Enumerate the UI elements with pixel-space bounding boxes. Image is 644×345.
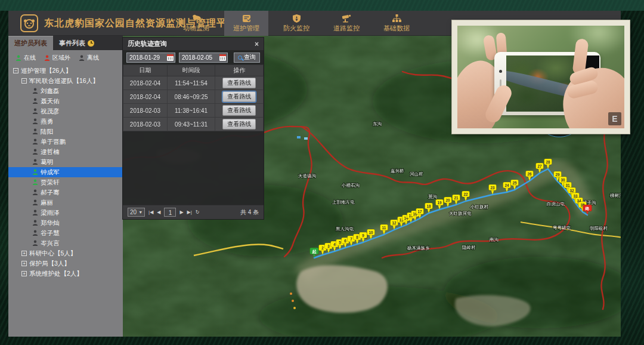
- date-from-input[interactable]: 2018-01-29: [126, 53, 175, 63]
- clock-icon: [88, 40, 94, 47]
- cell-action: 查看路线: [215, 76, 264, 90]
- collapse-icon[interactable]: −: [21, 78, 27, 84]
- date-to-input[interactable]: 2018-02-05: [179, 53, 228, 63]
- next-page-button[interactable]: ▶: [179, 210, 183, 215]
- status-legend: 在线区域外离线: [8, 53, 123, 63]
- person-icon: [32, 128, 38, 135]
- svg-text:12: 12: [392, 221, 397, 225]
- svg-text:终: 终: [585, 207, 590, 211]
- tree-label: 郝子骞: [41, 189, 60, 197]
- sidebar: 巡护员列表 事件列表 在线区域外离线 −巡护管理【26人】−军民联合巡逻队【16…: [8, 36, 123, 337]
- tree-label: 逯哲楠: [41, 148, 60, 156]
- tree-member-贾荣轩[interactable]: 贾荣轩: [8, 177, 123, 187]
- tree-member-燕勇[interactable]: 燕勇: [8, 116, 123, 127]
- person-icon: [32, 240, 38, 247]
- tab-patrol-list[interactable]: 巡护员列表: [8, 36, 53, 50]
- tab-event-list-label: 事件列表: [59, 39, 85, 48]
- total-count: 共 4 条: [240, 208, 259, 217]
- svg-text:21: 21: [454, 196, 459, 200]
- svg-text:9: 9: [362, 233, 364, 238]
- refresh-icon[interactable]: ↻: [196, 210, 200, 215]
- tree-label: 谷子慧: [41, 229, 60, 238]
- patrol-icon: [242, 14, 251, 23]
- tree-member-葛明[interactable]: 葛明: [8, 157, 123, 167]
- person-icon: [32, 179, 38, 186]
- panel-title: 历史轨迹查询: [128, 39, 167, 48]
- person-icon: [32, 230, 38, 237]
- table-row: 2018-02-0309:43~11:31查看路线: [123, 118, 264, 131]
- map-label-大道德沟: 大道德沟: [298, 173, 316, 178]
- tree-member-聂天佑[interactable]: 聂天佑: [8, 96, 123, 106]
- data-icon: [392, 14, 401, 23]
- query-button[interactable]: 查询: [234, 53, 260, 63]
- cell-action: 查看路线: [215, 118, 264, 131]
- tree-node-group[interactable]: +保护局【3人】: [8, 258, 123, 269]
- track-table: 日期时间段操作 2018-02-0411:54~11:54查看路线2018-02…: [123, 64, 264, 131]
- person-icon: [32, 220, 38, 227]
- svg-text:28: 28: [546, 160, 550, 164]
- search-icon: [238, 56, 242, 60]
- svg-text:10: 10: [369, 230, 373, 235]
- view-route-button[interactable]: 查看路线: [222, 91, 256, 102]
- tree-member-陆阳[interactable]: 陆阳: [8, 127, 123, 137]
- page-size-select[interactable]: 20 ▼: [128, 208, 145, 217]
- tree-node-root[interactable]: −巡护管理【26人】: [8, 66, 123, 76]
- nav-item-道路监控[interactable]: 道路监控: [324, 11, 369, 36]
- tree-member-郑华灿[interactable]: 郑华灿: [8, 218, 123, 228]
- map-label-黑人沟屯: 黑人沟屯: [336, 226, 354, 232]
- person-icon: [32, 118, 38, 125]
- tree-node-group[interactable]: +科研中心【5人】: [8, 248, 123, 258]
- tree-member-刘鑫磊[interactable]: 刘鑫磊: [8, 86, 123, 96]
- person-icon: [32, 88, 38, 95]
- nav-item-基础数据[interactable]: 基础数据: [374, 11, 419, 36]
- nav-item-防火监控[interactable]: 防火监控: [274, 11, 318, 36]
- page-number-input[interactable]: 1: [164, 208, 176, 217]
- tree-member-谷子慧[interactable]: 谷子慧: [8, 228, 123, 238]
- column-header: 日期: [123, 65, 168, 76]
- last-page-button[interactable]: ▶|: [187, 210, 192, 215]
- calendar-icon[interactable]: [219, 54, 226, 61]
- tree-member-祝茂彦[interactable]: 祝茂彦: [8, 106, 123, 116]
- cell-date: 2018-02-03: [123, 104, 168, 118]
- expand-icon[interactable]: +: [21, 271, 27, 276]
- map-label-杨木满族乡: 杨木满族乡: [407, 245, 430, 251]
- tree-label: 单于晋鹏: [41, 138, 66, 146]
- person-icon: [32, 149, 38, 156]
- tree-member-逯哲楠[interactable]: 逯哲楠: [8, 147, 123, 157]
- tree-label: 郑华灿: [41, 219, 60, 227]
- view-route-button[interactable]: 查看路线: [222, 119, 256, 130]
- column-header: 操作: [215, 65, 264, 76]
- svg-text:7: 7: [350, 237, 352, 241]
- person-icon: [32, 108, 38, 115]
- view-route-button[interactable]: 查看路线: [222, 78, 256, 88]
- tree-node-team[interactable]: −军民联合巡逻队【16人】: [8, 76, 123, 86]
- expand-icon[interactable]: +: [21, 251, 27, 256]
- tree-member-麻丽[interactable]: 麻丽: [8, 198, 123, 208]
- date-from-value: 2018-01-29: [129, 54, 160, 61]
- tree-member-郝子骞[interactable]: 郝子骞: [8, 187, 123, 198]
- tree-member-岑兴言[interactable]: 岑兴言: [8, 238, 123, 248]
- map-label-东沟: 东沟: [373, 121, 382, 127]
- tree-label: 梁雨泽: [41, 209, 60, 217]
- first-page-button[interactable]: |◀: [148, 210, 153, 215]
- tree-member-梁雨泽[interactable]: 梁雨泽: [8, 208, 123, 218]
- cell-time-range: 11:54~11:54: [167, 76, 215, 90]
- calendar-icon[interactable]: [167, 54, 174, 61]
- tree-label: 巡护管理【26人】: [21, 67, 72, 75]
- svg-text:4: 4: [333, 242, 336, 247]
- view-route-button[interactable]: 查看路线: [222, 105, 256, 116]
- collapse-icon[interactable]: −: [13, 68, 18, 73]
- tab-event-list[interactable]: 事件列表: [53, 36, 100, 50]
- svg-text:17: 17: [417, 210, 422, 214]
- map-label-隐岭村: 隐岭村: [462, 245, 476, 250]
- tree-member-钟成军[interactable]: 钟成军: [8, 167, 123, 177]
- nav-item-动物监测[interactable]: 动物监测: [174, 11, 218, 36]
- nav-item-巡护管理[interactable]: 巡护管理: [224, 11, 268, 36]
- expand-icon[interactable]: +: [21, 261, 27, 266]
- prev-page-button[interactable]: ◀: [157, 210, 160, 215]
- tree-member-单于晋鹏[interactable]: 单于晋鹏: [8, 137, 123, 147]
- tree-node-group[interactable]: +系统维护处【2人】: [8, 269, 123, 279]
- close-icon[interactable]: ×: [255, 40, 259, 48]
- svg-text:22: 22: [463, 192, 468, 196]
- cell-action: 查看路线: [215, 104, 264, 118]
